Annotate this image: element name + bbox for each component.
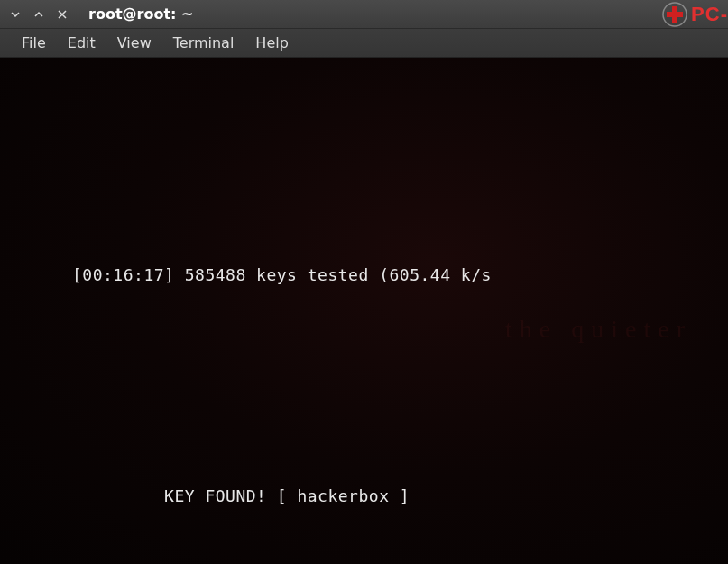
logo-text: PC- bbox=[691, 3, 728, 26]
chevron-up-icon bbox=[33, 9, 44, 20]
empty-line bbox=[11, 189, 728, 213]
menu-help[interactable]: Help bbox=[244, 31, 299, 55]
terminal-content: [00:16:17] 585488 keys tested (605.44 k/… bbox=[11, 139, 728, 564]
terminal[interactable]: the quieter [00:16:17] 585488 keys teste… bbox=[0, 58, 728, 564]
minimize-button[interactable] bbox=[7, 6, 23, 23]
empty-line bbox=[11, 410, 728, 434]
menubar: File Edit View Terminal Help bbox=[0, 29, 728, 58]
menu-terminal[interactable]: Terminal bbox=[162, 31, 245, 55]
status-line: [00:16:17] 585488 keys tested (605.44 k/… bbox=[11, 263, 728, 287]
window-title: root@root: ~ bbox=[88, 5, 193, 23]
key-found-line: KEY FOUND! [ hackerbox ] bbox=[11, 484, 728, 508]
logo-cross-icon bbox=[662, 2, 687, 27]
close-button[interactable] bbox=[54, 6, 70, 23]
empty-line bbox=[11, 337, 728, 361]
menu-file[interactable]: File bbox=[11, 31, 57, 55]
window-controls bbox=[7, 6, 70, 23]
chevron-down-icon bbox=[10, 9, 21, 20]
titlebar: root@root: ~ PC- bbox=[0, 0, 728, 29]
logo: PC- bbox=[662, 2, 728, 27]
svg-rect-2 bbox=[667, 12, 683, 17]
close-icon bbox=[57, 9, 68, 20]
empty-line bbox=[11, 558, 728, 564]
menu-view[interactable]: View bbox=[106, 31, 162, 55]
menu-edit[interactable]: Edit bbox=[57, 31, 106, 55]
maximize-button[interactable] bbox=[31, 6, 47, 23]
